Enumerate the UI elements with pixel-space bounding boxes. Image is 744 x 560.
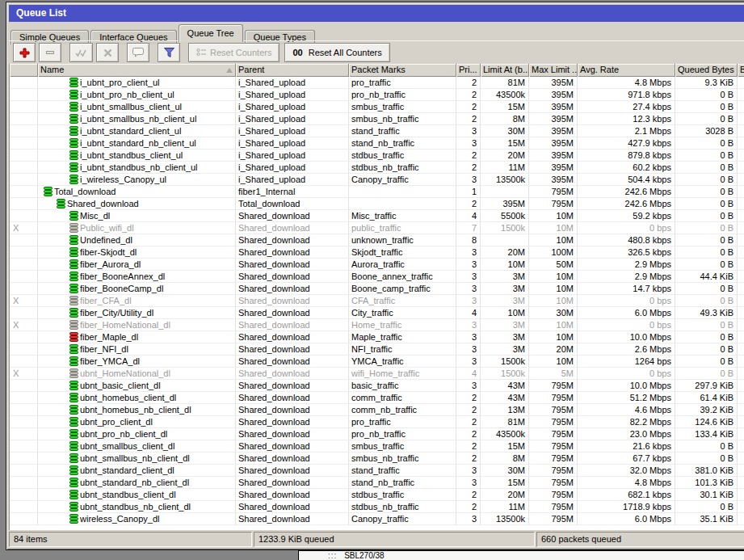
queue-row[interactable]: i_wireless_Canopy_uli_Shared_uploadCanop…: [10, 174, 744, 186]
cell-max-limit: 795M: [529, 428, 578, 440]
status-kib-queued: 1233.9 KiB queued: [254, 532, 535, 547]
cell-bytes: [738, 113, 744, 125]
reset-all-counters-button[interactable]: 00 Reset All Counters: [284, 43, 389, 62]
cell-bytes: [738, 162, 744, 174]
cell-name: ubnt_smallbus_nb_client_dl: [38, 453, 236, 465]
cell-flags: [10, 234, 38, 246]
queue-row[interactable]: ubnt_standbus_nb_client_dlShared_downloa…: [10, 501, 744, 513]
column-header-flags[interactable]: [10, 64, 38, 77]
queue-name: i_ubnt_standbus_client_ul: [80, 149, 183, 161]
cell-avg-rate: 51.2 Mbps: [578, 392, 675, 404]
cell-bytes: [738, 89, 744, 101]
column-header-priority[interactable]: Pri...: [456, 64, 481, 77]
queue-row[interactable]: ubnt_smallbus_nb_client_dlShared_downloa…: [10, 453, 744, 465]
queue-row[interactable]: fiber_BooneCamp_dlShared_downloadBoone_c…: [10, 283, 744, 295]
queue-row[interactable]: ubnt_homebus_nb_client_dlShared_download…: [10, 404, 744, 416]
cell-limit-at: 81M: [481, 77, 529, 89]
cell-name: ubnt_standard_nb_client_dl: [38, 477, 236, 489]
queue-row[interactable]: i_ubnt_pro_nb_client_uli_Shared_uploadpr…: [10, 89, 744, 101]
queue-row[interactable]: Misc_dlShared_downloadMisc_traffic45500k…: [10, 210, 744, 222]
queue-row[interactable]: i_ubnt_standbus_client_uli_Shared_upload…: [10, 149, 744, 162]
queue-row[interactable]: fiber_YMCA_dlShared_downloadYMCA_traffic…: [10, 356, 744, 368]
cell-avg-rate: 504.4 kbps: [578, 174, 675, 186]
cell-parent: Shared_download: [236, 428, 349, 440]
cell-parent: Shared_download: [236, 319, 349, 331]
cell-avg-rate: 59.2 kbps: [578, 210, 675, 222]
drag-grip-icon[interactable]: :::: [328, 551, 337, 560]
tab-queue-tree[interactable]: Queue Tree: [179, 24, 243, 42]
queue-row[interactable]: i_ubnt_standard_client_uli_Shared_upload…: [10, 125, 744, 137]
queue-row[interactable]: ubnt_standbus_client_dlShared_downloadst…: [10, 489, 744, 501]
cell-packet-marks: pro_traffic: [349, 77, 456, 89]
taskbar-item-label[interactable]: SBL270/38: [344, 551, 385, 560]
column-header-name[interactable]: Name: [38, 64, 236, 77]
queue-row[interactable]: Shared_downloadTotal_download2395M795M24…: [10, 198, 744, 210]
queue-row[interactable]: wireless_Canopy_dlShared_downloadCanopy_…: [10, 513, 744, 525]
cell-max-limit: 395M: [529, 174, 578, 186]
cell-avg-rate: 971.8 kbps: [578, 89, 675, 101]
cell-queued-bytes: 0 B: [675, 319, 738, 331]
disable-button[interactable]: [96, 43, 119, 62]
queue-row[interactable]: i_ubnt_standbus_nb_client_uli_Shared_upl…: [10, 162, 744, 174]
cell-max-limit: 100M: [529, 246, 578, 259]
cell-max-limit: 395M: [529, 162, 578, 174]
queue-green-icon: [69, 356, 78, 366]
column-header-avg-rate[interactable]: Avg. Rate: [578, 64, 675, 77]
cell-flags: [10, 246, 38, 259]
column-header-limit-at[interactable]: Limit At (b...: [481, 64, 529, 77]
queue-row[interactable]: i_ubnt_standard_nb_client_uli_Shared_upl…: [10, 137, 744, 149]
queue-row[interactable]: XPublic_wifi_dlShared_downloadpublic_tra…: [10, 222, 744, 234]
cell-packet-marks: smbus_traffic: [349, 101, 456, 113]
enable-button[interactable]: [69, 43, 93, 62]
queue-row[interactable]: ubnt_pro_client_dlShared_downloadpro_tra…: [10, 416, 744, 428]
filter-button[interactable]: [158, 43, 180, 62]
queue-row[interactable]: ubnt_basic_client_dlShared_downloadbasic…: [10, 380, 744, 392]
column-header-parent[interactable]: Parent: [236, 64, 349, 77]
queue-row[interactable]: fiber_NFI_dlShared_downloadNFI_traffic33…: [10, 343, 744, 356]
cell-flags: X: [10, 319, 38, 331]
queue-row[interactable]: fiber_BooneAnnex_dlShared_downloadBoone_…: [10, 271, 744, 283]
queue-row[interactable]: ubnt_standard_client_dlShared_downloadst…: [10, 465, 744, 477]
queue-row[interactable]: ubnt_smallbus_client_dlShared_downloadsm…: [10, 440, 744, 453]
cell-avg-rate: 1264 bps: [578, 356, 675, 368]
cell-limit-at: 5500k: [481, 210, 529, 222]
comment-icon: [132, 48, 144, 57]
cell-bytes: [738, 186, 744, 198]
queue-row[interactable]: i_ubnt_smallbus_nb_client_uli_Shared_upl…: [10, 113, 744, 125]
queue-row[interactable]: Xubnt_HomeNational_dlShared_downloadwifi…: [10, 368, 744, 380]
queue-row[interactable]: ubnt_pro_nb_client_dlShared_downloadpro_…: [10, 428, 744, 440]
window-titlebar[interactable]: Queue List: [9, 5, 744, 22]
cell-packet-marks: smbus_nb_traffic: [349, 453, 456, 465]
column-header-queued-bytes[interactable]: Queued Bytes: [675, 64, 738, 77]
queue-row[interactable]: Xfiber_HomeNational_dlShared_downloadHom…: [10, 319, 744, 331]
queue-row[interactable]: ubnt_homebus_client_dlShared_downloadcom…: [10, 392, 744, 404]
cell-limit-at: 8M: [481, 453, 529, 465]
queue-row[interactable]: i_ubnt_pro_client_uli_Shared_uploadpro_t…: [10, 77, 744, 89]
column-header-bytes[interactable]: B: [738, 64, 744, 77]
queue-row[interactable]: fiber-Skjodt_dlShared_downloadSkjodt_tra…: [10, 246, 744, 259]
column-header-max-limit[interactable]: Max Limit ...: [529, 64, 578, 77]
queue-row[interactable]: Undefined_dlShared_downloadunknown_traff…: [10, 234, 744, 246]
add-button[interactable]: [13, 43, 36, 62]
queue-name: ubnt_smallbus_nb_client_dl: [80, 453, 190, 464]
queue-row[interactable]: fiber_City/Utility_dlShared_downloadCity…: [10, 307, 744, 319]
cell-queued-bytes: 0 B: [675, 368, 738, 380]
cell-avg-rate: 6.0 Mbps: [578, 307, 675, 319]
cell-name: fiber_BooneCamp_dl: [38, 283, 236, 295]
column-header-packet-marks[interactable]: Packet Marks: [349, 64, 456, 77]
queue-row[interactable]: Xfiber_CFA_dlShared_downloadCFA_traffic3…: [10, 295, 744, 307]
queue-row[interactable]: fiber_Maple_dlShared_downloadMaple_traff…: [10, 331, 744, 343]
queue-row[interactable]: fiber_Aurora_dlShared_downloadAurora_tra…: [10, 259, 744, 271]
queue-row[interactable]: Total_downloadfiber1_Internal1795M242.6 …: [10, 186, 744, 198]
cell-avg-rate: 242.6 Mbps: [578, 186, 675, 198]
cell-queued-bytes: 0 B: [675, 246, 738, 259]
cell-limit-at: 15M: [481, 137, 529, 149]
comment-button[interactable]: [127, 43, 149, 62]
remove-button[interactable]: [39, 43, 61, 62]
queue-row[interactable]: ubnt_standard_nb_client_dlShared_downloa…: [10, 477, 744, 489]
reset-counters-button[interactable]: Reset Counters: [188, 43, 280, 62]
cell-limit-at: [481, 234, 529, 246]
cell-limit-at: 10M: [481, 259, 529, 271]
cell-queued-bytes: 35.1 KiB: [675, 513, 738, 525]
queue-row[interactable]: i_ubnt_smallbus_client_uli_Shared_upload…: [10, 101, 744, 113]
